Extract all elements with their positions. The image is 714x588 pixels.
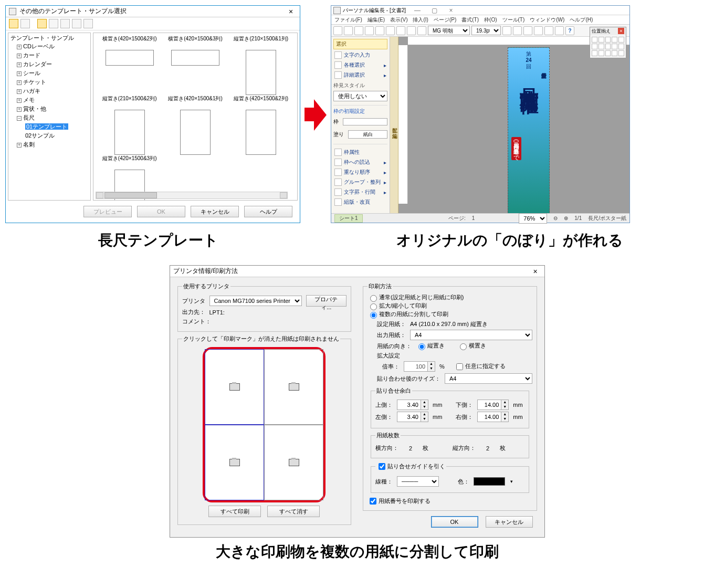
edit-tab-vertical[interactable]: 配置 編集 <box>390 37 398 213</box>
menu-item[interactable]: ウィンドウ(W) <box>530 16 564 24</box>
line-style-select[interactable]: ──── <box>397 476 439 487</box>
tree-item[interactable]: +シール <box>17 69 90 78</box>
tree-subitem[interactable]: 02サンプル <box>25 131 90 140</box>
page-2[interactable] <box>264 349 323 425</box>
output-paper-select[interactable]: A4 <box>410 330 532 340</box>
close-icon[interactable]: × <box>285 7 297 16</box>
page-4[interactable] <box>264 425 323 500</box>
tree-item[interactable]: +カレンダー <box>17 60 90 69</box>
close-icon[interactable]: × <box>444 7 458 14</box>
tb-redo-icon[interactable] <box>417 26 426 35</box>
tool-sort-5-icon[interactable] <box>83 19 93 28</box>
tree-root[interactable]: テンプレート・サンプル <box>8 34 90 42</box>
tree-item[interactable]: +ハガキ <box>17 87 90 96</box>
tree-item[interactable]: +カード <box>17 51 90 60</box>
menu-bar[interactable]: ファイル(F)編集(E)表示(V)挿入(I)ページ(P)書式(T)枠(O)ツール… <box>331 15 629 25</box>
margin-right-spin[interactable]: ▲▼ <box>477 412 509 422</box>
merge-size-select[interactable]: A4 <box>445 373 532 384</box>
tb-cut-icon[interactable] <box>375 26 384 35</box>
radio-portrait[interactable]: 縦置き <box>416 342 445 350</box>
template-thumb[interactable]: 縦置き(210×1500&2列) <box>97 95 162 155</box>
menu-item[interactable]: 書式(T) <box>461 16 479 24</box>
tool-sort-1-icon[interactable] <box>37 19 47 28</box>
page-grid[interactable] <box>203 347 326 502</box>
radio-normal[interactable]: 通常(設定用紙と同じ用紙に印刷) <box>368 294 464 300</box>
tool-sort-4-icon[interactable] <box>72 19 81 28</box>
menu-item[interactable]: ファイル(F) <box>334 16 362 24</box>
tb-new-icon[interactable] <box>333 26 342 35</box>
tb-alignr-icon[interactable] <box>555 26 564 35</box>
tb-print-icon[interactable] <box>365 26 374 35</box>
tree-item[interactable]: +CDレーベル <box>17 42 90 51</box>
tb-italic-icon[interactable] <box>513 26 522 35</box>
radio-split[interactable]: 複数の用紙に分割して印刷 <box>368 311 448 317</box>
tb-copy-icon[interactable] <box>386 26 395 35</box>
tree-item[interactable]: +メモ <box>17 96 90 104</box>
minimize-icon[interactable]: — <box>410 7 425 14</box>
tree-subitem[interactable]: 01テンプレート <box>25 122 90 131</box>
font-size-select[interactable]: 19.3pt <box>471 26 501 35</box>
ok-button[interactable]: OK <box>137 206 185 217</box>
frame-swatch[interactable] <box>343 118 387 125</box>
printer-select[interactable]: Canon MG7100 series Printer <box>209 296 302 306</box>
cancel-button[interactable]: キャンセル <box>486 516 533 528</box>
scrollbar-horizontal[interactable] <box>96 192 288 199</box>
fill-swatch[interactable]: 紙白 <box>348 130 387 139</box>
template-thumb[interactable]: 縦置き(420×1500&1列) <box>162 95 228 155</box>
margin-left-spin[interactable]: ▲▼ <box>397 412 428 422</box>
radio-landscape[interactable]: 横置き <box>457 342 486 350</box>
zoom-select[interactable]: 76% <box>519 213 547 224</box>
menu-item[interactable]: 挿入(I) <box>413 16 428 24</box>
chk-pagenum[interactable]: 用紙番号を印刷する <box>368 498 430 504</box>
properties-button[interactable]: プロパティ... <box>306 295 347 307</box>
tb-paste-icon[interactable] <box>396 26 405 35</box>
tb-help-icon[interactable]: ? <box>565 26 574 35</box>
canvas[interactable]: 第24回 骨董市開催 骨董新鋭愛好会主催 四月二十日(日) 五時十五日まで <box>398 37 629 213</box>
cancel-button[interactable]: キャンセル <box>191 206 239 217</box>
all-print-button[interactable]: すべて印刷 <box>208 506 261 517</box>
margin-bottom-spin[interactable]: ▲▼ <box>477 400 509 410</box>
margin-top-spin[interactable]: ▲▼ <box>397 400 428 410</box>
side-multi[interactable]: 各種選択▸ <box>333 61 387 69</box>
side-select[interactable]: 選択 <box>333 39 387 49</box>
tb-alignl-icon[interactable] <box>534 26 543 35</box>
template-thumb[interactable]: 横置き(420×1500&2列) <box>97 35 162 95</box>
tree-item[interactable]: −長尺 <box>17 113 90 122</box>
help-button[interactable]: ヘルプ <box>244 206 292 217</box>
tool-sort-2-icon[interactable] <box>49 19 58 28</box>
scroll-thumb[interactable] <box>104 192 157 198</box>
tb-underline-icon[interactable] <box>523 26 532 35</box>
chk-arbitrary[interactable]: 任意に指定する <box>454 362 506 372</box>
side-import[interactable]: 枠への読込▸ <box>333 158 387 166</box>
tool-view-small-icon[interactable] <box>20 19 30 28</box>
ok-button[interactable]: OK <box>431 516 478 528</box>
tree-item[interactable]: +賞状・他 <box>17 104 90 113</box>
all-clear-button[interactable]: すべて消す <box>267 506 320 517</box>
tree-item[interactable]: +チケット <box>17 78 90 87</box>
side-arrange[interactable]: 組版・改頁 <box>333 198 387 206</box>
sheet-tab[interactable]: シート1 <box>334 214 363 223</box>
align-palette[interactable]: 位置揃え× <box>590 27 626 58</box>
style-select[interactable]: 使用しない <box>333 91 387 101</box>
scroll-right-icon[interactable] <box>280 192 287 198</box>
banner-document[interactable]: 第24回 骨董市開催 骨董新鋭愛好会主催 四月二十日(日) 五時十五日まで <box>508 47 550 213</box>
side-textflow[interactable]: 文字罫・行間▸ <box>333 188 387 196</box>
preview-button[interactable]: プレビュー <box>83 206 132 217</box>
side-text[interactable]: 文字の入力 <box>333 51 387 59</box>
chk-guide[interactable]: 貼り合せガイドを引く <box>376 463 445 469</box>
menu-item[interactable]: ページ(P) <box>434 16 456 24</box>
page-3[interactable] <box>205 425 264 500</box>
template-thumb[interactable]: 縦置き(210×1500&1列) <box>228 35 294 95</box>
tb-bold-icon[interactable] <box>502 26 511 35</box>
tree-item[interactable]: +名刺 <box>17 140 90 149</box>
tb-alignc-icon[interactable] <box>544 26 553 35</box>
page-1[interactable] <box>205 349 264 425</box>
tool-sort-3-icon[interactable] <box>60 19 70 28</box>
font-name-select[interactable]: MG 明朝 <box>428 26 470 35</box>
tb-undo-icon[interactable] <box>407 26 416 35</box>
menu-item[interactable]: 編集(E) <box>368 16 385 24</box>
color-swatch[interactable] <box>474 477 505 486</box>
menu-item[interactable]: 枠(O) <box>484 16 497 24</box>
tb-open-icon[interactable] <box>344 26 353 35</box>
tool-view-large-icon[interactable] <box>9 19 18 28</box>
